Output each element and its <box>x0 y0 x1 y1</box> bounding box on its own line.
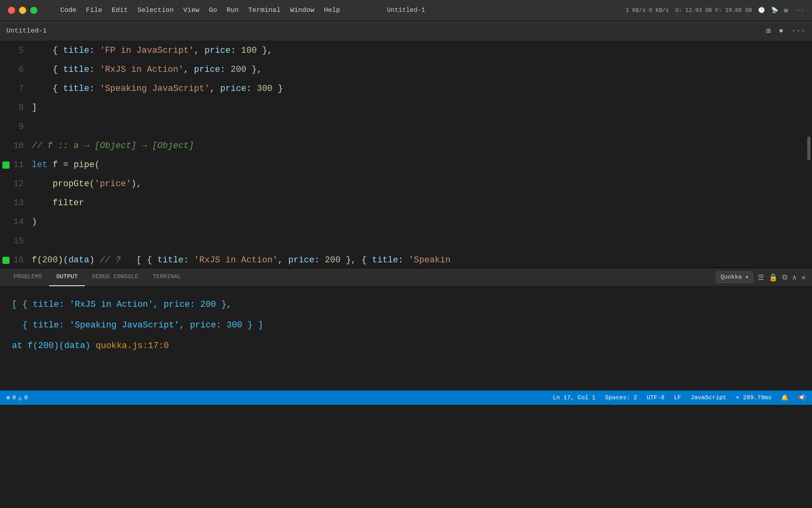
line-number: 13 <box>13 194 24 213</box>
title-bar-left: Code File Edit Selection View Go Run Ter… <box>8 6 340 14</box>
line-number: 16 <box>13 251 24 267</box>
code-line-10: // f :: a → [Object] → [Object] <box>32 137 808 156</box>
tab-bar-icons: ⊞ ● ··· <box>766 26 806 36</box>
menu-help[interactable]: Help <box>324 6 340 14</box>
panel-tabs: PROBLEMS OUTPUT DEBUG CONSOLE TERMINAL Q… <box>0 268 812 287</box>
cursor-position[interactable]: Ln 17, Col 1 <box>553 394 596 401</box>
file-encoding[interactable]: UTF-8 <box>647 394 665 401</box>
title-bar: Code File Edit Selection View Go Run Ter… <box>0 0 812 21</box>
output-line-3: at f(200)(data) quokka.js:17:0 <box>12 336 800 356</box>
code-line-11: let f = pipe( <box>32 156 808 175</box>
warning-icon: △ <box>18 394 22 402</box>
menu-extra-icon: ▤ <box>784 7 787 13</box>
tab-problems[interactable]: PROBLEMS <box>6 268 49 286</box>
line-number: 15 <box>13 232 24 251</box>
error-count: 0 <box>12 394 16 401</box>
filter-icon[interactable]: ☰ <box>758 273 764 282</box>
panel-controls: Quokka ▾ ☰ 🔒 ⧉ ∧ ✕ <box>716 271 806 283</box>
tab-output[interactable]: OUTPUT <box>49 268 85 286</box>
line-number: 10 <box>13 137 24 156</box>
code-line-9 <box>32 117 808 137</box>
gutter-indicator <box>2 162 10 169</box>
network-stats: 1 KB/s 0 KB/s <box>626 7 669 13</box>
status-right: Ln 17, Col 1 Spaces: 2 UTF-8 LF JavaScri… <box>553 394 806 402</box>
panel-source-dropdown[interactable]: Quokka ▾ <box>716 271 753 283</box>
line-number: 11 <box>13 156 24 175</box>
menu-selection[interactable]: Selection <box>137 6 174 14</box>
close-panel-icon[interactable]: ✕ <box>801 273 806 282</box>
more-icon: ··· <box>794 7 804 13</box>
disk-stats: U: 12.93 GB F: 19.06 GB <box>675 7 752 13</box>
panel: PROBLEMS OUTPUT DEBUG CONSOLE TERMINAL Q… <box>0 267 812 391</box>
line-number: 12 <box>13 175 24 194</box>
mac-menu: Code File Edit Selection View Go Run Ter… <box>51 6 340 14</box>
maximize-button[interactable] <box>30 7 37 14</box>
minimize-button[interactable] <box>19 7 26 14</box>
code-content[interactable]: { title: 'FP in JavaScript', price: 100 … <box>28 41 812 267</box>
broadcast-icon[interactable]: 📢 <box>798 394 806 402</box>
clock-icon: 🕐 <box>758 7 765 13</box>
line-number: 5 <box>19 41 24 60</box>
warning-count: 0 <box>24 394 28 401</box>
status-left: ⊗ 0 △ 0 <box>6 394 28 402</box>
output-line-2: { title: 'Speaking JavaScript', price: 3… <box>12 315 800 336</box>
vertical-scrollbar[interactable] <box>807 137 810 160</box>
line-number: 14 <box>13 213 24 232</box>
notifications-icon[interactable]: 🔔 <box>781 394 789 402</box>
title-bar-right: 1 KB/s 0 KB/s U: 12.93 GB F: 19.06 GB 🕐 … <box>626 7 804 13</box>
line-number: 6 <box>19 60 24 79</box>
line-number: 9 <box>19 117 24 137</box>
code-line-14: ) <box>32 213 808 232</box>
chevron-down-icon: ▾ <box>745 273 749 281</box>
tab-terminal[interactable]: TERMINAL <box>146 268 188 286</box>
line-number: 7 <box>19 79 24 98</box>
tab-bar: Untitled-1 ⊞ ● ··· <box>0 21 812 41</box>
code-line-16: f(200)(data) // ? [ { title: 'RxJS in Ac… <box>32 251 808 267</box>
code-line-7: { title: 'Speaking JavaScript', price: 3… <box>32 79 808 98</box>
line-number: 8 <box>19 98 24 117</box>
copy-icon[interactable]: ⧉ <box>782 273 787 281</box>
gutter-indicator <box>2 257 10 264</box>
line-numbers: 5 6 7 8 9 10 11 12 13 <box>0 41 28 267</box>
eol-sequence[interactable]: LF <box>674 394 681 401</box>
traffic-lights <box>8 7 37 14</box>
code-line-12: propGte('price'), <box>32 175 808 194</box>
menu-window[interactable]: Window <box>290 6 314 14</box>
error-icon: ⊗ <box>6 394 10 402</box>
airplay-icon: 📡 <box>771 7 778 13</box>
close-button[interactable] <box>8 7 15 14</box>
window-title: Untitled-1 <box>387 7 425 14</box>
editor-area: 5 6 7 8 9 10 11 12 13 <box>0 41 812 267</box>
status-errors[interactable]: ⊗ 0 △ 0 <box>6 394 28 402</box>
lock-icon[interactable]: 🔒 <box>769 273 778 282</box>
editor-tab[interactable]: Untitled-1 <box>6 25 47 36</box>
menu-file[interactable]: File <box>86 6 102 14</box>
split-editor-icon[interactable]: ⊞ <box>766 26 771 36</box>
menu-go[interactable]: Go <box>209 6 217 14</box>
menu-terminal[interactable]: Terminal <box>248 6 281 14</box>
code-line-6: { title: 'RxJS in Action', price: 200 }, <box>32 60 808 79</box>
status-bar: ⊗ 0 △ 0 Ln 17, Col 1 Spaces: 2 UTF-8 LF … <box>0 391 812 405</box>
indentation[interactable]: Spaces: 2 <box>605 394 637 401</box>
panel-output: [ { title: 'RxJS in Action', price: 200 … <box>0 287 812 391</box>
menu-view[interactable]: View <box>183 6 199 14</box>
output-line-1: [ { title: 'RxJS in Action', price: 200 … <box>12 294 800 315</box>
menu-run[interactable]: Run <box>226 6 239 14</box>
timing-info: × 289.79ms <box>736 394 772 401</box>
code-line-13: filter <box>32 194 808 213</box>
tab-debug-console[interactable]: DEBUG CONSOLE <box>85 268 146 286</box>
dot-icon: ● <box>779 26 783 35</box>
menu-edit[interactable]: Edit <box>112 6 128 14</box>
code-line-15 <box>32 232 808 251</box>
collapse-icon[interactable]: ∧ <box>792 273 797 282</box>
code-line-5: { title: 'FP in JavaScript', price: 100 … <box>32 41 808 60</box>
more-actions-icon[interactable]: ··· <box>791 26 806 35</box>
code-line-8: ] <box>32 98 808 117</box>
language-mode[interactable]: JavaScript <box>691 394 726 401</box>
menu-code[interactable]: Code <box>60 6 77 14</box>
